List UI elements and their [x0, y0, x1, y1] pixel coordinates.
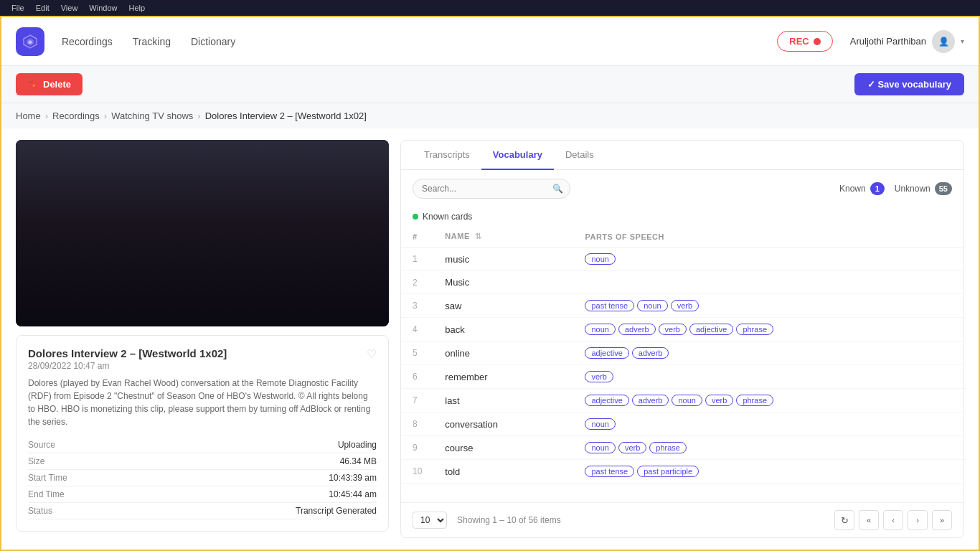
size-value: 46.34 MB: [340, 456, 377, 466]
parts-of-speech: [573, 271, 963, 294]
top-navigation: Recordings Tracking Dictionary REC Arulj…: [1, 17, 979, 66]
pos-tag: verb: [659, 324, 687, 335]
menu-edit[interactable]: Edit: [30, 4, 55, 12]
known-cards-indicator: Known cards: [401, 207, 963, 226]
word-name[interactable]: conversation: [433, 413, 573, 436]
pos-tag: verb: [705, 395, 733, 406]
pos-tag: adjective: [585, 347, 628, 359]
tab-transcripts[interactable]: Transcripts: [413, 141, 481, 170]
pos-tag: past tense: [585, 300, 634, 311]
row-number: 2: [401, 271, 433, 294]
nav-dictionary[interactable]: Dictionary: [191, 36, 235, 47]
breadcrumb: Home › Recordings › Watching TV shows › …: [1, 103, 979, 128]
last-page-button[interactable]: »: [932, 510, 952, 530]
row-number: 6: [401, 365, 433, 389]
green-dot-icon: [413, 214, 418, 220]
table-row: 4backnounadverbverbadjectivephrase: [401, 318, 963, 342]
delete-button[interactable]: 🔖 Delete: [16, 73, 83, 95]
end-value: 10:45:44 am: [329, 489, 377, 499]
pos-tag: phrase: [736, 395, 773, 406]
rec-dot-icon: [814, 38, 821, 45]
pos-tag: past participle: [637, 466, 699, 477]
unknown-count-badge: 55: [935, 182, 952, 195]
breadcrumb-recordings[interactable]: Recordings: [52, 110, 100, 121]
row-number: 3: [401, 294, 433, 318]
table-header-row: # NAME ⇅ PARTS OF SPEECH: [401, 226, 963, 248]
user-menu[interactable]: Aruljothi Parthiban 👤 ▾: [850, 30, 964, 53]
nav-tracking[interactable]: Tracking: [133, 36, 171, 47]
main-content: Dolores Interview 2 – [Westworld 1x02] 2…: [1, 128, 979, 550]
vocab-table: # NAME ⇅ PARTS OF SPEECH 1musicnoun2Musi…: [401, 226, 963, 484]
refresh-button[interactable]: ↻: [834, 510, 854, 530]
known-cards-label: Known cards: [423, 212, 472, 222]
pos-tag: noun: [637, 300, 667, 311]
table-row: 5onlineadjectiveadverb: [401, 342, 963, 365]
sort-icon[interactable]: ⇅: [475, 232, 482, 240]
search-input[interactable]: [413, 179, 570, 199]
menu-help[interactable]: Help: [123, 4, 151, 12]
known-label: Known: [839, 184, 866, 194]
bookmark-icon: 🔖: [27, 79, 39, 90]
next-page-button[interactable]: ›: [908, 510, 928, 530]
parts-of-speech: past tensepast participle: [573, 460, 963, 484]
tab-details[interactable]: Details: [554, 141, 606, 170]
breadcrumb-watching[interactable]: Watching TV shows: [111, 110, 193, 121]
row-number: 5: [401, 342, 433, 365]
word-name[interactable]: told: [433, 460, 573, 484]
row-number: 8: [401, 413, 433, 436]
word-name[interactable]: saw: [433, 294, 573, 318]
word-name[interactable]: back: [433, 318, 573, 342]
breadcrumb-home[interactable]: Home: [16, 110, 41, 121]
page-size-select[interactable]: 10 25 50: [413, 512, 447, 529]
row-number: 9: [401, 436, 433, 460]
table-row: 6rememberverb: [401, 365, 963, 389]
recording-title: Dolores Interview 2 – [Westworld 1x02]: [28, 347, 227, 359]
pos-tag: noun: [672, 395, 702, 406]
word-name[interactable]: music: [433, 248, 573, 271]
menu-view[interactable]: View: [55, 4, 84, 12]
breadcrumb-sep-3: ›: [197, 110, 200, 121]
right-panel: Transcripts Vocabulary Details 🔍 Known 1…: [400, 140, 964, 538]
first-page-button[interactable]: «: [859, 510, 879, 530]
pos-tag: phrase: [649, 442, 687, 453]
app-logo: [16, 27, 44, 56]
menu-window[interactable]: Window: [83, 4, 123, 12]
row-number: 7: [401, 389, 433, 413]
user-name: Aruljothi Parthiban: [850, 36, 926, 47]
known-count-badge: 1: [870, 182, 885, 195]
nav-links: Recordings Tracking Dictionary: [62, 36, 777, 47]
table-row: 8conversationnoun: [401, 413, 963, 436]
table-row: 3sawpast tensenounverb: [401, 294, 963, 318]
parts-of-speech: noun: [573, 248, 963, 271]
menubar: File Edit View Window Help: [0, 0, 980, 16]
word-name[interactable]: course: [433, 436, 573, 460]
prev-page-button[interactable]: ‹: [883, 510, 903, 530]
heart-icon[interactable]: ♡: [367, 347, 377, 361]
nav-recordings[interactable]: Recordings: [62, 36, 113, 47]
word-name[interactable]: remember: [433, 365, 573, 389]
row-number: 4: [401, 318, 433, 342]
col-name-header: NAME ⇅: [433, 226, 573, 248]
rec-button[interactable]: REC: [777, 31, 832, 52]
left-panel: Dolores Interview 2 – [Westworld 1x02] 2…: [16, 140, 389, 538]
row-number: 10: [401, 460, 433, 484]
word-name[interactable]: online: [433, 342, 573, 365]
recording-info: Dolores Interview 2 – [Westworld 1x02] 2…: [16, 335, 389, 532]
word-name[interactable]: Music: [433, 271, 573, 294]
logo-icon: [22, 34, 38, 50]
status-label: Status: [28, 506, 52, 516]
tab-vocabulary[interactable]: Vocabulary: [481, 141, 554, 170]
breadcrumb-sep-1: ›: [45, 110, 48, 121]
end-time-row: End Time 10:45:44 am: [28, 486, 377, 503]
start-value: 10:43:39 am: [329, 473, 377, 483]
video-preview: [16, 140, 389, 326]
pos-tag: noun: [585, 324, 615, 335]
save-vocabulary-button[interactable]: ✓ Save vocabulary: [854, 73, 964, 95]
col-pos-header: PARTS OF SPEECH: [573, 226, 963, 248]
menu-file[interactable]: File: [6, 4, 30, 12]
recording-metadata: Source Uploading Size 46.34 MB Start Tim…: [28, 437, 377, 519]
action-bar: 🔖 Delete ✓ Save vocabulary: [1, 66, 979, 103]
word-name[interactable]: last: [433, 389, 573, 413]
parts-of-speech: verb: [573, 365, 963, 389]
pos-tag: past tense: [585, 466, 634, 477]
